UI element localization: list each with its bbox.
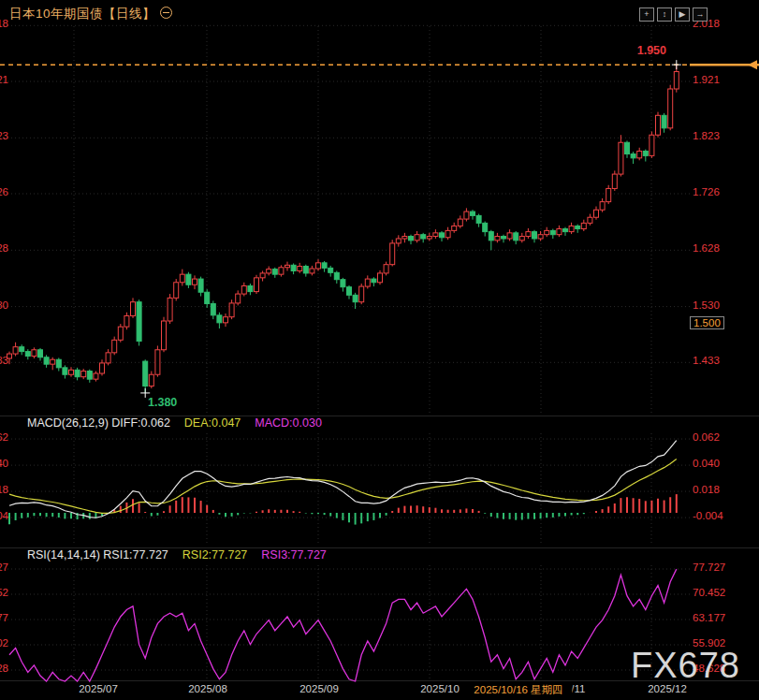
macd-axis-label-clipped: 0.062 [0, 431, 8, 443]
rsi1-value: RSI(14,14,14) RSI1:77.727 [27, 548, 168, 561]
rsi-axis-label-clipped: 48.628 [0, 663, 8, 674]
instrument-title-row: 日本10年期国债【日线】 [9, 6, 172, 22]
chart-window: 日本10年期国债【日线】 +↕▶→ MACD(26,12,9) DIFF:0.0… [0, 0, 759, 700]
rsi-axis-label: 77.727 [693, 561, 725, 573]
track-price-icon[interactable]: ▶ [675, 7, 690, 22]
candlestick-series [7, 65, 679, 393]
macd-axis-label: 0.040 [693, 458, 720, 469]
macd-axis-label: 0.062 [693, 431, 720, 443]
macd-dea-value: DEA:0.047 [184, 416, 241, 430]
rsi-axis-label: 70.452 [693, 587, 725, 598]
watermark: FX678 [631, 646, 740, 686]
high-price-annotation: 1.950 [601, 44, 666, 57]
go-latest-icon[interactable]: → [693, 7, 708, 22]
price-axis-label: 1.530 [693, 299, 720, 311]
time-axis-label: 2025/10 [420, 683, 460, 694]
macd-axis-label: 0.018 [693, 484, 720, 495]
macd-axis-label: -0.004 [693, 510, 723, 521]
time-axis-label: 2025/09 [299, 683, 339, 694]
rsi-header: RSI(14,14,14) RSI1:77.727RSI2:77.727RSI3… [27, 548, 341, 561]
macd-axis-label-clipped: 0.040 [0, 458, 8, 469]
current-price-badge: 1.500 [690, 316, 724, 329]
macd-hist-value: MACD:0.030 [255, 416, 322, 430]
price-axis-label: 1.628 [693, 242, 720, 254]
chart-toolbar: +↕▶→ [639, 7, 708, 22]
price-axis-label-clipped: 1.823 [0, 130, 8, 141]
instrument-title: 日本10年期国债【日线】 [9, 7, 155, 21]
price-axis-label-clipped: 1.433 [0, 355, 8, 366]
chart-canvas[interactable] [0, 0, 759, 700]
rsi-axis-label-clipped: 77.727 [0, 561, 8, 573]
macd-dea-line [9, 459, 677, 513]
price-axis-label-clipped: 1.628 [0, 242, 8, 254]
rsi2-value: RSI2:77.727 [182, 548, 248, 561]
macd-histogram [9, 494, 677, 524]
price-axis-label: 1.726 [693, 186, 720, 197]
crosshair-date-label: 2025/10/16 星期四 [470, 682, 572, 698]
rsi-axis-label-clipped: 63.177 [0, 612, 8, 623]
price-axis-label-clipped: 2.018 [0, 18, 8, 29]
fit-vertical-icon[interactable]: ↕ [657, 7, 672, 22]
macd-diff-value: MACD(26,12,9) DIFF:0.062 [27, 416, 170, 430]
time-axis-label: 2025/07 [79, 683, 118, 694]
rsi3-value: RSI3:77.727 [261, 548, 327, 561]
rsi-axis-label-clipped: 55.902 [0, 637, 8, 649]
price-alert-handle-icon[interactable] [748, 60, 757, 69]
macd-header: MACD(26,12,9) DIFF:0.062DEA:0.047MACD:0.… [27, 416, 336, 430]
macd-axis-label-clipped: -0.004 [0, 510, 8, 521]
time-axis-label: 2025/08 [188, 683, 227, 694]
price-axis-label-clipped: 1.726 [0, 186, 8, 197]
price-axis-label-clipped: 1.530 [0, 299, 8, 311]
price-axis-label: 1.823 [693, 130, 720, 141]
price-axis-label: 1.921 [693, 74, 720, 85]
rsi-line [9, 569, 677, 681]
macd-diff-line [9, 441, 677, 518]
macd-axis-label-clipped: 0.018 [0, 484, 8, 495]
rsi-axis-label-clipped: 70.452 [0, 587, 8, 598]
price-axis-label: 1.433 [693, 355, 720, 366]
price-axis-label-clipped: 1.921 [0, 74, 8, 85]
low-price-annotation: 1.380 [148, 396, 177, 409]
rsi-axis-label: 63.177 [693, 612, 725, 623]
move-tool-icon[interactable]: + [639, 7, 654, 22]
collapse-pane-icon[interactable] [160, 7, 172, 19]
